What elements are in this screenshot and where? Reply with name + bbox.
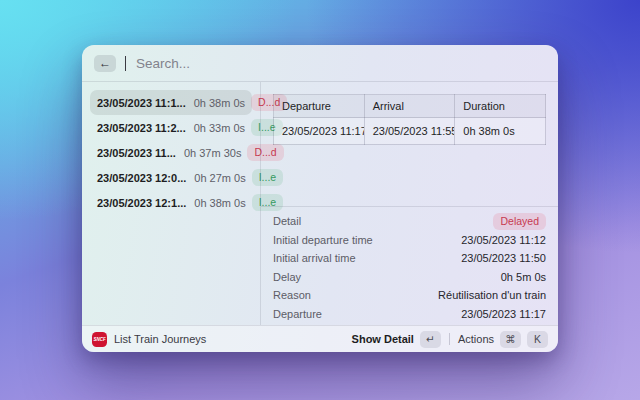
metadata-value: 23/05/2023 11:12 (461, 234, 546, 246)
content-area: 23/05/2023 11:1... 0h 38m 0s D...d 23/05… (82, 82, 558, 325)
table-cell-departure: 23/05/2023 11:17 (274, 118, 365, 145)
metadata-value: Réutilisation d'un train (438, 289, 546, 301)
back-button[interactable]: ← (94, 55, 116, 72)
extension-name: List Train Journeys (114, 333, 206, 345)
journey-date: 23/05/2023 12:0... (97, 172, 186, 184)
metadata-row: Delay 0h 5m 0s (273, 268, 546, 287)
metadata-row: Reason Réutilisation d'un train (273, 286, 546, 305)
raycast-window: ← 23/05/2023 11:1... 0h 38m 0s D...d 23/… (82, 45, 558, 352)
detail-panel: Departure Arrival Duration 23/05/2023 11… (261, 82, 558, 325)
metadata-value: 23/05/2023 11:50 (461, 252, 546, 264)
metadata-label: Initial departure time (273, 234, 373, 246)
list-item[interactable]: 23/05/2023 12:1... 0h 38m 0s I...e (90, 190, 252, 215)
journey-date: 23/05/2023 11... (97, 147, 176, 159)
footer-bar: SNCF List Train Journeys Show Detail ↵ A… (82, 325, 558, 352)
journey-duration: 0h 38m 0s (194, 197, 245, 209)
table-row: 23/05/2023 11:17 23/05/2023 11:55 0h 38m… (274, 118, 546, 145)
table-header-duration: Duration (455, 95, 546, 118)
list-item[interactable]: 23/05/2023 11:1... 0h 38m 0s D...d (90, 90, 252, 115)
search-bar: ← (82, 45, 558, 82)
search-input[interactable] (136, 56, 546, 71)
list-item[interactable]: 23/05/2023 11... 0h 37m 30s D...d (90, 140, 252, 165)
metadata-row: Initial arrival time 23/05/2023 11:50 (273, 249, 546, 268)
back-arrow-icon: ← (99, 56, 111, 70)
text-caret (125, 56, 126, 71)
sncf-icon-text: SNCF (93, 337, 105, 342)
journey-duration: 0h 37m 30s (184, 147, 241, 159)
list-item[interactable]: 23/05/2023 11:2... 0h 33m 0s I...e (90, 115, 252, 140)
journey-date: 23/05/2023 11:1... (97, 97, 186, 109)
show-detail-action[interactable]: Show Detail (352, 333, 414, 345)
k-key-hint: K (527, 331, 548, 348)
metadata-label: Initial arrival time (273, 252, 356, 264)
delayed-badge: Delayed (493, 213, 546, 230)
desktop-background: ← 23/05/2023 11:1... 0h 38m 0s D...d 23/… (0, 0, 640, 400)
journey-duration: 0h 33m 0s (194, 122, 245, 134)
metadata-label: Delay (273, 271, 301, 283)
sncf-extension-icon: SNCF (92, 332, 107, 347)
list-item[interactable]: 23/05/2023 12:0... 0h 27m 0s I...e (90, 165, 252, 190)
metadata-list: Detail Delayed Initial departure time 23… (273, 207, 546, 323)
footer-separator (449, 333, 450, 345)
actions-menu-button[interactable]: Actions (458, 333, 494, 345)
journey-table: Departure Arrival Duration 23/05/2023 11… (273, 94, 546, 145)
cmd-key-hint: ⌘ (500, 331, 521, 348)
metadata-row: Departure 23/05/2023 11:17 (273, 305, 546, 324)
journey-date: 23/05/2023 12:1... (97, 197, 186, 209)
journey-list: 23/05/2023 11:1... 0h 38m 0s D...d 23/05… (82, 82, 260, 325)
enter-key-hint: ↵ (420, 331, 441, 348)
metadata-value: 0h 5m 0s (501, 271, 546, 283)
table-cell-arrival: 23/05/2023 11:55 (364, 118, 455, 145)
metadata-row: Detail Delayed (273, 212, 546, 231)
metadata-label: Detail (273, 215, 301, 227)
footer-actions: Show Detail ↵ Actions ⌘ K (352, 331, 548, 348)
metadata-label: Departure (273, 308, 322, 320)
metadata-label: Reason (273, 289, 311, 301)
table-cell-duration: 0h 38m 0s (455, 118, 546, 145)
journey-duration: 0h 27m 0s (194, 172, 245, 184)
table-header-row: Departure Arrival Duration (274, 95, 546, 118)
journey-duration: 0h 38m 0s (194, 97, 245, 109)
metadata-value: 23/05/2023 11:17 (461, 308, 546, 320)
journey-date: 23/05/2023 11:2... (97, 122, 186, 134)
table-header-arrival: Arrival (364, 95, 455, 118)
metadata-row: Initial departure time 23/05/2023 11:12 (273, 231, 546, 250)
table-header-departure: Departure (274, 95, 365, 118)
